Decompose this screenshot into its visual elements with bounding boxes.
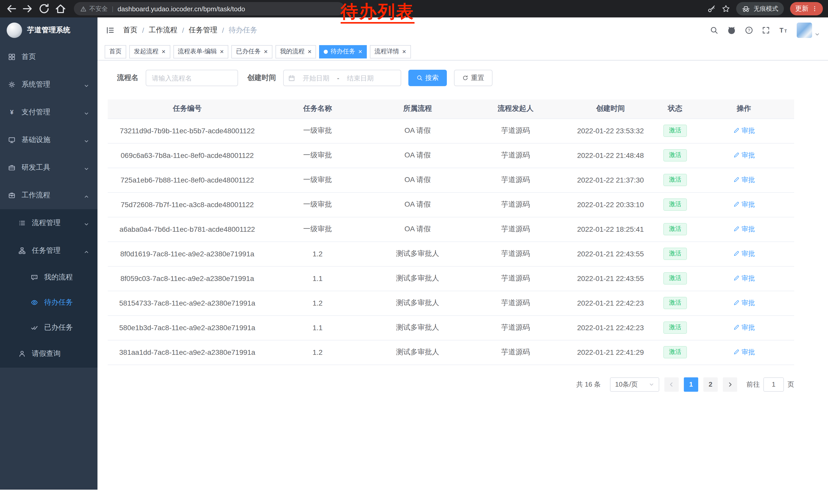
close-icon[interactable]: × (402, 48, 406, 55)
approve-link[interactable]: 审批 (733, 323, 755, 332)
update-button[interactable]: 更新 (790, 2, 823, 15)
security-indicator[interactable]: 不安全 (80, 4, 108, 13)
tab-6[interactable]: 流程详情× (370, 45, 411, 58)
forward-icon[interactable] (22, 3, 34, 15)
approve-link[interactable]: 审批 (733, 200, 755, 209)
chevron-down-icon (84, 165, 89, 171)
user-menu[interactable] (797, 22, 820, 38)
cell-created: 2022-01-21 22:42:23 (564, 315, 657, 340)
approve-link[interactable]: 审批 (733, 249, 755, 259)
sidebar-logo[interactable]: 芋道管理系统 (0, 17, 97, 43)
font-size-icon[interactable]: TT (779, 26, 788, 35)
key-icon[interactable] (707, 5, 716, 13)
close-icon[interactable]: × (264, 48, 267, 55)
process-name-input[interactable] (146, 70, 238, 86)
tab-1[interactable]: 发起流程× (129, 45, 170, 58)
breadcrumb-item[interactable]: 工作流程 (149, 26, 177, 35)
cell-process: OA 请假 (368, 217, 467, 241)
tab-4[interactable]: 我的流程× (276, 45, 316, 58)
sidebar-item-0[interactable]: 首页 (0, 43, 97, 71)
star-icon[interactable] (722, 5, 730, 13)
page-button-1[interactable]: 1 (684, 377, 698, 392)
create-time-label: 创建时间 (247, 73, 276, 83)
approve-link[interactable]: 审批 (733, 175, 755, 185)
edit-icon (733, 324, 740, 331)
close-icon[interactable]: × (358, 48, 362, 55)
reset-button[interactable]: 重置 (454, 70, 493, 86)
goto-page-input[interactable] (763, 377, 784, 392)
sidebar-item-3[interactable]: 基础设施 (0, 126, 97, 154)
breadcrumb-item[interactable]: 任务管理 (189, 26, 217, 35)
table-row: 069c6a63-7b8a-11ec-8ef0-acde48001122一级审批… (108, 143, 794, 168)
logo-image (7, 22, 22, 38)
address-bar[interactable]: 不安全 | dashboard.yudao.iocoder.cn/bpm/tas… (74, 2, 345, 15)
sidebar-item-label: 基础设施 (22, 135, 50, 145)
close-icon[interactable]: × (308, 48, 312, 55)
cell-starter: 芋道源码 (467, 217, 564, 241)
tab-label: 我的流程 (280, 47, 305, 56)
home-icon[interactable] (54, 3, 67, 15)
status-badge: 激活 (663, 149, 687, 161)
tab-label: 发起流程 (134, 47, 159, 56)
approve-link[interactable]: 审批 (733, 151, 755, 160)
tab-2[interactable]: 流程表单-编辑× (173, 45, 228, 58)
table-header-row: 任务编号任务名称所属流程流程发起人创建时间状态操作 (108, 99, 794, 119)
close-icon[interactable]: × (162, 48, 165, 55)
end-date-input[interactable] (341, 74, 379, 82)
tab-5[interactable]: 待办任务× (319, 45, 367, 58)
sidebar-item-5[interactable]: 工作流程 (0, 182, 97, 209)
approve-link[interactable]: 审批 (733, 274, 755, 283)
avatar[interactable] (797, 22, 812, 38)
reload-icon[interactable] (38, 3, 50, 15)
prev-page-button[interactable] (664, 377, 679, 392)
approve-link-label: 审批 (742, 274, 755, 283)
sidebar-item-2[interactable]: ¥支付管理 (0, 98, 97, 126)
sidebar-item-7[interactable]: 任务管理 (0, 237, 97, 265)
range-separator: - (337, 74, 339, 82)
sidebar-item-4[interactable]: 研发工具 (0, 154, 97, 182)
cell-process: 测试多审批人 (368, 241, 467, 266)
close-icon[interactable]: × (220, 48, 224, 55)
approve-link[interactable]: 审批 (733, 126, 755, 135)
kebab-menu-icon[interactable] (812, 6, 818, 12)
cell-created: 2022-01-22 20:33:10 (564, 192, 657, 217)
breadcrumb-item[interactable]: 首页 (123, 26, 137, 35)
approve-link[interactable]: 审批 (733, 225, 755, 234)
magnifier-icon (417, 75, 423, 81)
approve-link[interactable]: 审批 (733, 348, 755, 357)
sidebar-item-11[interactable]: 请假查询 (0, 340, 97, 368)
chat-icon (31, 274, 38, 281)
sidebar-item-1[interactable]: 系统管理 (0, 71, 97, 98)
goto-page: 前往 页 (746, 377, 794, 392)
page-button-2[interactable]: 2 (703, 377, 718, 392)
page-size-select[interactable]: 10条/页 (610, 377, 659, 392)
column-header: 流程发起人 (467, 99, 564, 119)
back-icon[interactable] (5, 3, 17, 15)
sidebar-toggle-icon[interactable] (106, 26, 115, 35)
edit-icon (733, 275, 740, 282)
cell-process: OA 请假 (368, 119, 467, 143)
approve-link-label: 审批 (742, 323, 755, 332)
approve-link[interactable]: 审批 (733, 299, 755, 308)
status-badge: 激活 (663, 248, 687, 260)
help-icon[interactable]: ? (745, 26, 753, 34)
sidebar-item-10[interactable]: 已办任务 (0, 315, 97, 340)
tab-3[interactable]: 已办任务× (232, 45, 272, 58)
goto-label: 前往 (746, 380, 760, 389)
cell-starter: 芋道源码 (467, 315, 564, 340)
date-range-picker[interactable]: - (283, 70, 401, 86)
cell-created: 2022-01-22 18:25:41 (564, 217, 657, 241)
edit-icon (733, 127, 740, 134)
github-icon[interactable] (727, 26, 736, 35)
next-page-button[interactable] (723, 377, 737, 392)
sidebar-item-9[interactable]: 待办任务 (0, 290, 97, 315)
tab-0[interactable]: 首页 (105, 45, 126, 58)
sidebar-item-6[interactable]: 流程管理 (0, 209, 97, 237)
fullscreen-icon[interactable] (762, 26, 770, 34)
chevron-left-icon (668, 381, 675, 387)
search-icon[interactable] (710, 26, 718, 34)
start-date-input[interactable] (297, 74, 335, 82)
search-button[interactable]: 搜索 (408, 70, 447, 86)
cell-starter: 芋道源码 (467, 266, 564, 291)
sidebar-item-8[interactable]: 我的流程 (0, 265, 97, 290)
